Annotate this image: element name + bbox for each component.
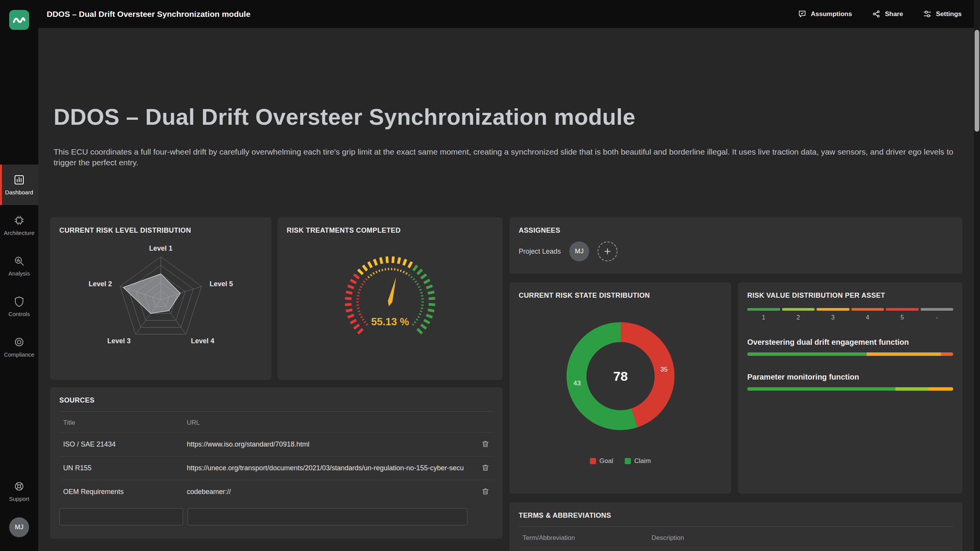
assignee-avatar[interactable]: MJ <box>569 241 589 261</box>
sidebar-item-label: Analysis <box>8 270 30 277</box>
risk-scale-segment <box>851 308 884 311</box>
svg-text:Level 2: Level 2 <box>89 280 112 288</box>
new-source-form <box>59 508 493 525</box>
risk-scale-step: 3 <box>817 308 849 321</box>
add-assignee-button[interactable] <box>598 241 617 261</box>
source-url: https://www.iso.org/standard/70918.html <box>187 440 473 448</box>
risk-state-donut-chart: 354378 <box>532 303 709 449</box>
asset-risk-row: Oversteering dual drift engagement funct… <box>747 338 953 356</box>
sidebar-item-dashboard[interactable]: Dashboard <box>0 165 38 205</box>
trash-icon <box>481 487 490 496</box>
column-header-title: Title <box>63 419 187 427</box>
delete-source-button[interactable] <box>481 440 490 449</box>
shield-icon <box>13 296 25 307</box>
app-logo[interactable] <box>9 10 29 30</box>
panel-title: CURRENT RISK LEVEL DISTRIBUTION <box>59 227 262 235</box>
legend-label: Goal <box>599 457 613 465</box>
legend-label: Claim <box>634 457 651 465</box>
assumptions-label: Assumptions <box>811 10 852 18</box>
risk-scale-label: 4 <box>851 314 884 321</box>
risk-scale-segment <box>747 308 780 311</box>
risk-scale-label: 2 <box>782 314 815 321</box>
panel-assignees: ASSIGNEES Project Leads MJ <box>510 217 962 274</box>
trash-icon <box>481 440 490 448</box>
panel-title: ASSIGNEES <box>519 227 953 235</box>
asset-name: Oversteering dual drift engagement funct… <box>747 338 953 347</box>
settings-icon <box>923 10 932 18</box>
topbar-title: DDOS – Dual Drift Oversteer Synchronizat… <box>47 0 250 28</box>
share-button[interactable]: Share <box>872 10 903 18</box>
assumptions-icon <box>798 10 807 18</box>
panel-terms-abbreviations: TERMS & ABBREVIATIONS Term/Abbreviation … <box>510 502 962 551</box>
share-label: Share <box>885 10 903 18</box>
topbar-actions: Assumptions Share Settings <box>798 0 962 28</box>
sidebar-item-architecture[interactable]: Architecture <box>0 205 38 246</box>
risk-scale-segment <box>886 308 919 311</box>
support-lifebuoy-icon <box>13 481 25 492</box>
delete-source-button[interactable] <box>481 463 490 473</box>
support-label: Support <box>9 496 29 502</box>
asset-name: Parameter monitoring function <box>747 373 953 381</box>
panel-risk-value-distribution-per-asset: RISK VALUE DISTRIBUTION PER ASSET 12345-… <box>738 282 962 494</box>
risk-scale-step: 1 <box>747 308 780 321</box>
scrollbar-thumb[interactable] <box>975 30 979 132</box>
architecture-icon <box>13 215 25 226</box>
new-source-url-input[interactable] <box>188 508 467 525</box>
sources-table-header: Title URL <box>59 412 493 432</box>
legend-item-claim: Claim <box>625 457 651 465</box>
asset-list: Oversteering dual drift engagement funct… <box>747 338 953 391</box>
risk-scale-label: 3 <box>817 314 849 321</box>
svg-text:43: 43 <box>573 380 581 387</box>
dashboard-icon <box>13 174 25 186</box>
app-screen: DDOS – Dual Drift Oversteer Synchronizat… <box>0 0 980 551</box>
delete-source-button[interactable] <box>481 487 490 497</box>
risk-scale-label: 5 <box>886 314 919 321</box>
panel-title: TERMS & ABBREVIATIONS <box>519 512 953 520</box>
svg-text:55.13 %: 55.13 % <box>371 316 409 328</box>
plus-icon <box>603 247 612 256</box>
risk-scale-label: 1 <box>747 314 780 321</box>
source-row: ISO / SAE 21434 https://www.iso.org/stan… <box>59 432 493 456</box>
scrollbar-track <box>974 0 980 551</box>
asset-risk-bar <box>747 387 953 391</box>
panel-title: RISK TREATMENTS COMPLETED <box>287 227 493 235</box>
svg-text:Level 1: Level 1 <box>149 245 172 252</box>
asset-risk-row: Parameter monitoring function <box>747 373 953 391</box>
risk-level-radar-chart: Level 1Level 2Level 3Level 4Level 5 <box>77 238 245 365</box>
source-url: https://unece.org/transport/documents/20… <box>187 464 473 472</box>
column-header-term: Term/Abbreviation <box>523 534 652 542</box>
settings-label: Settings <box>936 10 962 18</box>
panel-sources: SOURCES Title URL ISO / SAE 21434 https:… <box>50 387 503 539</box>
terms-table-header: Term/Abbreviation Description <box>519 527 953 548</box>
sidebar-item-label: Dashboard <box>5 189 33 196</box>
asset-risk-bar-segment <box>747 352 867 356</box>
sidebar-item-label: Controls <box>8 311 30 317</box>
asset-risk-bar-segment <box>895 387 928 391</box>
risk-scale-label: - <box>921 314 954 321</box>
risk-scale-segment <box>921 308 954 311</box>
sidebar-item-analysis[interactable]: Analysis <box>0 246 38 286</box>
user-avatar[interactable]: MJ <box>9 517 29 537</box>
panel-title: CURRENT RISK STATE DISTRIBUTION <box>519 292 722 300</box>
panel-current-risk-state-distribution: CURRENT RISK STATE DISTRIBUTION 354378 G… <box>510 282 731 494</box>
trash-icon <box>481 463 490 472</box>
settings-button[interactable]: Settings <box>923 10 962 18</box>
sidebar-item-compliance[interactable]: Compliance <box>0 327 38 367</box>
new-source-title-input[interactable] <box>59 508 183 525</box>
risk-scale-step: - <box>921 308 954 321</box>
role-label: Project Leads <box>519 248 561 256</box>
share-icon <box>872 10 881 18</box>
assumptions-button[interactable]: Assumptions <box>798 10 852 18</box>
panel-current-risk-level-distribution: CURRENT RISK LEVEL DISTRIBUTION Level 1L… <box>50 217 271 380</box>
analysis-icon <box>13 255 25 267</box>
donut-legend: Goal Claim <box>519 457 722 465</box>
goal-swatch <box>590 458 596 464</box>
asset-risk-bar-segment <box>941 352 953 356</box>
asset-risk-bar-segment <box>747 387 895 391</box>
user-avatar-initials: MJ <box>15 523 24 531</box>
sidebar-item-controls[interactable]: Controls <box>0 286 38 327</box>
legend-item-goal: Goal <box>590 457 613 465</box>
asset-risk-bar <box>747 352 953 356</box>
wave-logo-icon <box>12 13 26 27</box>
sidebar-item-support[interactable]: Support <box>0 481 38 502</box>
